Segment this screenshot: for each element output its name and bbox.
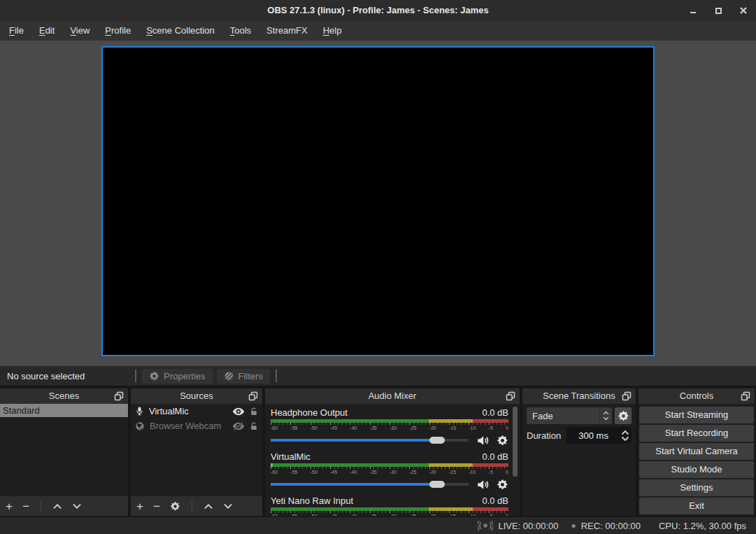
source-properties-gear-icon[interactable] (170, 501, 180, 512)
unlock-icon[interactable] (250, 421, 258, 431)
title-bar: OBS 27.1.3 (linux) - Profile: James - Sc… (0, 0, 756, 21)
spin-up-icon[interactable] (621, 430, 629, 435)
source-row-browser-webcam[interactable]: Browser Webcam (131, 419, 262, 433)
close-button[interactable] (739, 6, 748, 15)
combo-arrows (599, 410, 612, 421)
unlock-icon[interactable] (250, 407, 258, 416)
transition-properties-button[interactable] (615, 407, 632, 424)
volume-meter (271, 463, 508, 467)
remove-scene-button[interactable]: − (22, 500, 29, 512)
popout-icon[interactable] (621, 391, 632, 402)
sources-panel-title: Sources (131, 388, 262, 404)
duration-label: Duration (527, 430, 561, 441)
move-source-up-button[interactable] (204, 503, 213, 510)
divider (41, 500, 41, 512)
window-controls (689, 0, 752, 21)
controls-header[interactable]: Controls (639, 388, 755, 404)
speaker-icon[interactable] (475, 478, 490, 491)
dock-area: Scenes Standard + − Sources (0, 386, 756, 517)
channel-name: VirtualMic (271, 451, 311, 463)
move-scene-down-button[interactable] (72, 503, 82, 510)
source-name: VirtualMic (149, 406, 227, 416)
eye-slash-icon[interactable] (232, 422, 245, 430)
transition-select[interactable]: Fade (527, 407, 612, 424)
properties-button[interactable]: Properties (142, 369, 212, 384)
scene-transitions-header[interactable]: Scene Transitions (522, 388, 636, 404)
cpu-fps-stats: CPU: 1.2%, 30.00 fps (659, 521, 746, 531)
duration-spinbox[interactable]: 300 ms (566, 427, 632, 444)
sources-panel: Sources VirtualMic Browser Webcam (131, 388, 262, 516)
scene-item-standard[interactable]: Standard (0, 404, 128, 417)
globe-icon (135, 421, 145, 431)
popout-icon[interactable] (505, 391, 516, 402)
studio-mode-button[interactable]: Studio Mode (639, 461, 754, 478)
scene-transitions-title: Scene Transitions (522, 388, 636, 404)
scrollbar-thumb[interactable] (513, 407, 518, 477)
menu-file[interactable]: File (1, 21, 31, 41)
channel-level: 0.0 dB (482, 495, 508, 507)
scenes-list[interactable]: Standard (0, 404, 128, 496)
minimize-icon (690, 12, 696, 13)
scrollbar[interactable] (513, 407, 518, 513)
volume-meter (271, 507, 508, 511)
volume-slider-handle[interactable] (429, 481, 445, 488)
source-name: Browser Webcam (150, 421, 227, 431)
maximize-button[interactable] (714, 6, 722, 15)
move-source-down-button[interactable] (223, 503, 233, 510)
window-title: OBS 27.1.3 (linux) - Profile: James - Sc… (0, 0, 756, 21)
menu-edit[interactable]: Edit (31, 21, 62, 41)
move-scene-up-button[interactable] (52, 503, 62, 510)
volume-slider[interactable] (271, 433, 469, 447)
menu-streamfx[interactable]: StreamFX (259, 21, 315, 41)
controls-body: Start Streaming Start Recording Start Vi… (639, 404, 755, 516)
audio-mixer-header[interactable]: Audio Mixer (265, 388, 520, 404)
scenes-toolbar: + − (0, 496, 128, 516)
preview-canvas[interactable] (101, 46, 655, 356)
scene-transitions-body: Fade Duration 300 ms (522, 404, 636, 516)
filter-icon (224, 371, 234, 381)
broadcast-icon (478, 520, 493, 531)
filters-button[interactable]: Filters (217, 369, 270, 384)
start-streaming-button[interactable]: Start Streaming (639, 407, 754, 423)
sources-list[interactable]: VirtualMic Browser Webcam (131, 404, 262, 496)
minimize-button[interactable] (689, 6, 697, 15)
sources-panel-header[interactable]: Sources (131, 388, 262, 404)
chevron-down-icon (603, 416, 609, 421)
start-recording-button[interactable]: Start Recording (639, 425, 754, 442)
scene-transitions-panel: Scene Transitions Fade (522, 388, 636, 516)
menu-profile[interactable]: Profile (97, 21, 138, 41)
controls-panel: Controls Start Streaming Start Recording… (639, 388, 755, 516)
start-virtual-camera-button[interactable]: Start Virtual Camera (639, 443, 754, 460)
scenes-panel-header[interactable]: Scenes (0, 388, 128, 404)
exit-button[interactable]: Exit (639, 498, 754, 514)
scenes-panel: Scenes Standard + − (0, 388, 128, 516)
menu-tools[interactable]: Tools (222, 21, 259, 41)
properties-label: Properties (164, 371, 205, 381)
volume-slider[interactable] (271, 477, 469, 491)
source-row-virtualmic[interactable]: VirtualMic (131, 404, 262, 419)
eye-icon[interactable] (232, 407, 245, 416)
divider (192, 500, 192, 512)
add-source-button[interactable]: + (136, 500, 143, 512)
main-area (0, 41, 756, 366)
menu-scene-collection[interactable]: Scene Collection (138, 21, 222, 41)
meter-active-level (271, 463, 273, 467)
popout-icon[interactable] (248, 391, 259, 402)
channel-settings-gear-icon[interactable] (497, 435, 508, 447)
remove-source-button[interactable]: − (153, 500, 160, 512)
sources-toolbar: + − (131, 496, 262, 516)
menu-view[interactable]: View (62, 21, 97, 41)
source-toolbar: No source selected Properties Filters (0, 366, 756, 386)
record-dot-icon: ● (571, 521, 576, 530)
filters-label: Filters (238, 371, 263, 381)
settings-button[interactable]: Settings (639, 479, 754, 496)
volume-slider-handle[interactable] (429, 437, 445, 444)
add-scene-button[interactable]: + (6, 500, 13, 512)
channel-settings-gear-icon[interactable] (497, 479, 508, 491)
speaker-icon[interactable] (475, 434, 490, 447)
controls-title: Controls (639, 388, 755, 404)
popout-icon[interactable] (740, 391, 751, 402)
spin-down-icon[interactable] (621, 436, 629, 442)
popout-icon[interactable] (113, 391, 124, 402)
menu-help[interactable]: Help (315, 21, 350, 41)
